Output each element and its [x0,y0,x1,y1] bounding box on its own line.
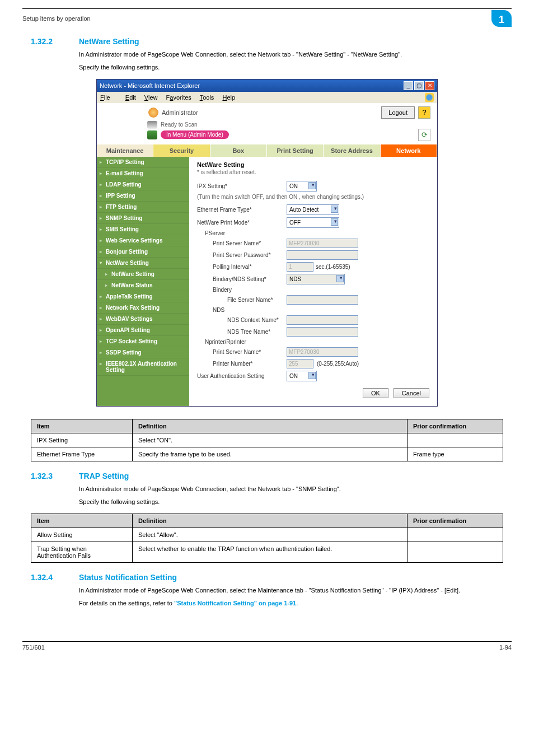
section-title: NetWare Setting [79,37,139,46]
printer-icon [147,121,157,129]
table-cell: Select "ON". [133,433,407,447]
table-cell: Select whether to enable the TRAP functi… [133,542,407,562]
npsn-input[interactable] [287,347,358,357]
sidebar-item-tcpip[interactable]: TCP/IP Setting [97,157,189,168]
sidebar-item-ipp[interactable]: IPP Setting [97,190,189,202]
label-bindery: Bindery [197,287,287,293]
poll-input[interactable] [287,262,313,272]
sidebar-item-openapi[interactable]: OpenAPI Setting [97,325,189,336]
ipx-hint: (Turn the main switch OFF, and then ON ,… [197,194,429,200]
sidebar-item-tcpsocket[interactable]: TCP Socket Setting [97,336,189,347]
section-num: 1.32.3 [31,472,62,480]
sidebar-item-netfax[interactable]: Network Fax Setting [97,302,189,314]
section-title: Status Notification Setting [79,573,177,582]
label-bind: Bindery/NDS Setting* [197,276,287,282]
paragraph: In Administrator mode of PageScope Web C… [79,50,503,59]
admin-label: Administrator [162,109,198,116]
mode-icon [147,130,157,139]
label-pnum: Printer Number* [197,361,287,367]
label-ndstn: NDS Tree Name* [197,329,287,335]
sidebar-item-email[interactable]: E-mail Setting [97,168,189,179]
sidebar-item-netware-setting[interactable]: NetWare Setting [97,269,189,280]
maximize-icon[interactable]: ▢ [414,81,424,90]
tab-print[interactable]: Print Setting [267,144,324,157]
frame-select[interactable] [287,204,339,215]
cross-ref-link[interactable]: "Status Notification Setting" on page 1-… [174,600,296,606]
close-icon[interactable]: ✕ [425,81,434,90]
cancel-button[interactable]: Cancel [394,388,429,398]
th-def: Definition [133,419,407,433]
fsn-input[interactable] [287,295,358,305]
th-prior: Prior confirmation [407,514,503,528]
label-mode: NetWare Print Mode* [197,220,287,226]
th-item: Item [31,514,133,528]
sidebar-item-ldap[interactable]: LDAP Setting [97,179,189,190]
sidebar-item-webservice[interactable]: Web Service Settings [97,235,189,246]
sidebar-item-ftp[interactable]: FTP Setting [97,202,189,213]
pnum-input[interactable] [287,359,313,368]
label-nds: NDS [197,307,287,313]
logout-button[interactable]: Logout [381,106,415,119]
tab-store[interactable]: Store Address [324,144,380,157]
sidebar-item-webdav[interactable]: WebDAV Settings [97,314,189,325]
running-head: Setup items by operation [22,15,91,22]
tab-maintenance[interactable]: Maintenance [97,144,153,157]
paragraph: Specify the following settings. [79,63,503,72]
chapter-badge: 1 [491,10,512,27]
label-npsn: Print Server Name* [197,349,287,355]
ie-logo-icon [425,93,434,102]
sidebar-item-netware[interactable]: NetWare Setting [97,258,189,269]
ok-button[interactable]: OK [363,388,388,398]
ndstn-input[interactable] [287,327,358,337]
sidebar-item-ieee[interactable]: IEEE802.1X Authentication Setting [97,358,189,376]
sidebar-item-ssdp[interactable]: SSDP Setting [97,347,189,358]
mode-select[interactable] [287,217,339,228]
ndscn-input[interactable] [287,315,358,325]
sidebar-item-smb[interactable]: SMB Setting [97,224,189,235]
panel-title: NetWare Setting [197,161,429,168]
label-uauth: User Authentication Setting [197,373,287,379]
paragraph: In Administrator mode of PageScope Web C… [79,485,503,493]
uauth-select[interactable] [287,371,317,381]
status-text: Ready to Scan [161,122,198,128]
sidebar-item-appletalk[interactable]: AppleTalk Setting [97,291,189,302]
psn-input[interactable] [287,239,358,248]
table-cell: Select "Allow". [133,528,407,542]
psp-input[interactable] [287,250,358,260]
sidebar-item-netware-status[interactable]: NetWare Status [97,280,189,291]
table-cell: Trap Setting when Authentication Fails [31,542,133,562]
refresh-icon[interactable]: ⟳ [418,129,430,141]
section-num: 1.32.2 [31,37,62,46]
sidebar-item-bonjour[interactable]: Bonjour Setting [97,246,189,258]
label-ndscn: NDS Context Name* [197,317,287,323]
th-prior: Prior confirmation [407,419,503,433]
label-nprinter: Nprinter/Rprinter [197,339,287,345]
label-psp: Print Server Password* [197,252,287,258]
poll-unit: sec.(1-65535) [316,264,350,270]
menu-bar[interactable]: File Edit View Favorites Tools Help [100,94,242,101]
panel-note: * is reflected after reset. [197,169,429,175]
label-frame: Ethernet Frame Type* [197,207,287,213]
table-cell [407,528,503,542]
label-fsn: File Server Name* [197,297,287,303]
sidebar-item-snmp[interactable]: SNMP Setting [97,213,189,224]
label-psn: Print Server Name* [197,240,287,246]
table-cell: Allow Setting [31,528,133,542]
tab-network[interactable]: Network [381,144,437,157]
table-cell: IPX Setting [31,433,133,447]
section-title: TRAP Setting [79,472,129,480]
minimize-icon[interactable]: _ [404,81,413,90]
table-cell [407,433,503,447]
table-cell: Specify the frame type to be used. [133,447,407,461]
label-poll: Polling Interval* [197,264,287,270]
footer-right: 1-94 [499,644,512,651]
mode-pill: In Menu (Admin Mode) [161,130,229,139]
ipx-select[interactable] [287,181,317,192]
definition-table-2: Item Definition Prior confirmation Allow… [31,514,503,563]
label-pserver: PServer [197,230,287,236]
paragraph: In Administrator mode of PageScope Web C… [79,586,503,595]
tab-security[interactable]: Security [153,144,210,157]
bind-select[interactable] [287,274,345,284]
tab-box[interactable]: Box [210,144,267,157]
help-icon[interactable]: ? [418,106,430,119]
